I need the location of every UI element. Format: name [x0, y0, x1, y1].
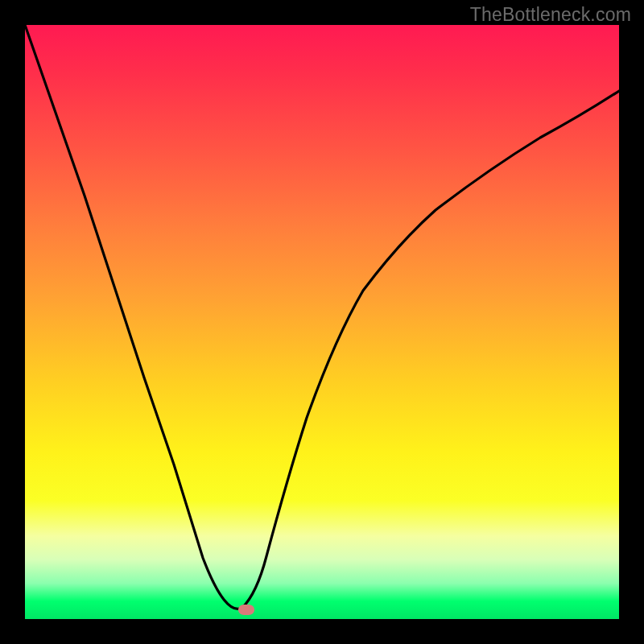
- plot-frame: [0, 0, 644, 644]
- chart-container: TheBottleneck.com: [0, 0, 644, 644]
- plot-area: [25, 25, 619, 619]
- bottleneck-curve: [25, 25, 619, 609]
- optimal-marker: [238, 605, 254, 615]
- watermark-label: TheBottleneck.com: [470, 4, 631, 26]
- curve-svg: [25, 25, 619, 619]
